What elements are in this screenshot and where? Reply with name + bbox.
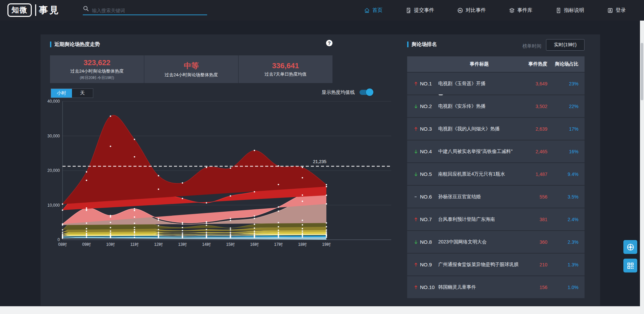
stat-value: 中等 — [184, 61, 199, 71]
trend-help-icon[interactable]: ? — [326, 40, 332, 46]
svg-text:40,000: 40,000 — [47, 99, 60, 104]
stat-label: 过去7天单日热度均值 — [265, 71, 306, 77]
rank-label: NO.4 — [420, 149, 438, 154]
svg-text:PK: PK — [459, 9, 462, 11]
nav-item-compare-event[interactable]: PK对比事件 — [457, 7, 486, 14]
layers-icon — [509, 7, 515, 14]
trend-panel-title-text: 近期舆论场热度走势 — [54, 41, 100, 48]
dash-icon — [413, 194, 419, 200]
ranking-row-no3[interactable]: NO.3 电视剧《我的人间烟火》热播 2,639 17% — [407, 118, 585, 140]
svg-text:15时: 15时 — [226, 242, 234, 247]
ranking-time-label: 榜单时间 — [522, 43, 541, 49]
submit-event-icon — [405, 7, 412, 14]
stats-row: 323,622 过去24小时舆论场整体热度(昨日20时-今日19时)中等 过去2… — [50, 55, 332, 83]
nav-item-submit-event[interactable]: 提交事件 — [405, 7, 434, 14]
stat-value: 323,622 — [83, 58, 110, 67]
trend-indicator — [413, 285, 420, 290]
svg-text:16时: 16时 — [250, 242, 258, 247]
ranking-row-no5[interactable]: NO.5 南航回应机票近4万元只有1瓶水 1,487 9.4% — [407, 163, 585, 185]
event-title: 孙杨张豆豆官宣结婚 — [438, 194, 520, 200]
svg-text:19时: 19时 — [322, 242, 330, 247]
nav-item-label: 首页 — [372, 7, 382, 14]
rank-label: NO.6 — [420, 194, 438, 200]
event-share: 16% — [547, 149, 578, 154]
qrcode-float-button[interactable] — [623, 259, 637, 272]
rank-label: NO.1 — [420, 81, 438, 86]
event-share: 9.4% — [547, 172, 578, 177]
stat-label: 过去24小时舆论场整体热度 — [165, 72, 218, 78]
dashboard-panel: 近期舆论场热度走势 ? 323,622 过去24小时舆论场整体热度(昨日20时-… — [41, 34, 600, 306]
event-heat: 3,502 — [520, 104, 547, 109]
ranking-panel-title-text: 舆论场排名 — [412, 41, 437, 48]
event-title: 中建八局被实名举报"高铁偷工减料" — [438, 149, 520, 155]
trend-indicator — [413, 126, 420, 132]
event-share: 3.5% — [547, 194, 578, 200]
nav-item-label: 指标说明 — [564, 7, 584, 14]
main-nav: 首页提交事件PK对比事件事件库指标说明登录 — [364, 0, 626, 21]
trend-indicator — [413, 239, 420, 245]
nav-item-label: 登录 — [616, 7, 626, 14]
nav-item-home[interactable]: 首页 — [364, 7, 382, 14]
event-heat: 2,639 — [520, 126, 547, 132]
ranking-row-no6[interactable]: NO.6 孙杨张豆豆官宣结婚 556 3.5% — [407, 186, 585, 208]
arrow-up-icon — [413, 262, 419, 267]
arrow-down-icon — [413, 149, 419, 154]
nav-item-metric-docs[interactable]: 指标说明 — [555, 7, 584, 14]
event-title: 电视剧《安乐传》热播 — [438, 103, 520, 109]
search-box[interactable] — [83, 5, 207, 15]
stat-value: 336,641 — [272, 61, 299, 70]
nav-item-label: 事件库 — [517, 7, 532, 14]
average-line-label: 21,235 — [313, 159, 326, 164]
svg-text:09时: 09时 — [82, 242, 91, 247]
rank-label: NO.5 — [420, 171, 438, 177]
arrow-down-icon — [413, 239, 419, 245]
contact-float-button[interactable] — [623, 240, 637, 254]
trend-indicator — [413, 172, 420, 177]
ranking-row-no8[interactable]: NO.8 2023中国网络文明大会 360 2.3% — [407, 231, 585, 253]
page: 知微 事見 首页提交事件PK对比事件事件库指标说明登录 近期舆论场热度走势 ? … — [0, 0, 644, 314]
rank-label: NO.8 — [420, 239, 438, 245]
zhiwei-logo[interactable]: 知微 事見 — [7, 3, 60, 17]
stat-cell-1: 323,622 过去24小时舆论场整体热度(昨日20时-今日19时) — [50, 55, 144, 83]
stat-note: (昨日20时-今日19时) — [80, 75, 114, 80]
stat-label: 过去24小时舆论场整体热度 — [70, 68, 123, 74]
nav-item-login[interactable]: 登录 — [607, 7, 626, 14]
scrollbar-track[interactable] — [640, 21, 644, 314]
event-share: 2.4% — [547, 217, 578, 222]
ranking-row-no10[interactable]: NO.10 韩国幽灵儿童事件 156 1.0% — [407, 276, 585, 298]
trend-indicator — [413, 104, 420, 109]
search-input[interactable] — [92, 8, 207, 13]
scrollbar-thumb[interactable] — [641, 43, 643, 100]
trend-panel-title: 近期舆论场热度走势 — [50, 41, 100, 48]
svg-text:20,000: 20,000 — [47, 168, 60, 173]
ranking-row-no4[interactable]: NO.4 中建八局被实名举报"高铁偷工减料" 2,465 16% — [407, 140, 585, 162]
title-accent-bar — [407, 42, 408, 47]
nav-item-label: 提交事件 — [414, 7, 434, 14]
svg-text:10,000: 10,000 — [47, 203, 60, 208]
event-share: 22% — [547, 104, 578, 109]
ranking-time-button[interactable]: 实时(19时) — [546, 39, 585, 51]
event-heat: 381 — [520, 217, 547, 222]
top-header-bar: 知微 事見 首页提交事件PK对比事件事件库指标说明登录 — [0, 0, 644, 21]
event-heat: 2,465 — [520, 149, 547, 154]
ranking-row-no2[interactable]: NO.2 电视剧《安乐传》热播 3,502 22% — [407, 95, 585, 117]
logo-box: 知微 — [7, 3, 32, 17]
qrcode-icon — [626, 262, 635, 270]
ranking-row-no1[interactable]: NO.1 电视剧《玉骨遥》开播 3,649 23% — [407, 73, 585, 95]
ranking-panel-title: 舆论场排名 — [407, 41, 437, 48]
rank-label: NO.3 — [420, 126, 438, 132]
ranking-row-no9[interactable]: NO.9 广州通报食堂饭菜异物是鸭子眼球巩膜 210 1.3% — [407, 254, 585, 276]
svg-text:12时: 12时 — [154, 242, 163, 247]
ranking-row-no7[interactable]: NO.7 台风泰利预计登陆广东海南 381 2.4% — [407, 208, 585, 230]
svg-text:13时: 13时 — [178, 242, 187, 247]
arrow-down-icon — [413, 172, 419, 177]
event-share: 1.0% — [547, 285, 578, 290]
event-title: 广州通报食堂饭菜异物是鸭子眼球巩膜 — [438, 262, 520, 268]
arrow-down-icon — [413, 104, 419, 109]
ranking-table-rows: NO.1 电视剧《玉骨遥》开播 3,649 23% NO.2 电视剧《安乐传》热… — [407, 73, 585, 299]
column-event-title: 事件标题 — [438, 61, 520, 67]
event-title: 电视剧《我的人间烟火》热播 — [438, 126, 520, 132]
svg-text:17时: 17时 — [274, 242, 282, 247]
nav-item-event-library[interactable]: 事件库 — [509, 7, 532, 14]
rank-label: NO.10 — [420, 284, 438, 290]
